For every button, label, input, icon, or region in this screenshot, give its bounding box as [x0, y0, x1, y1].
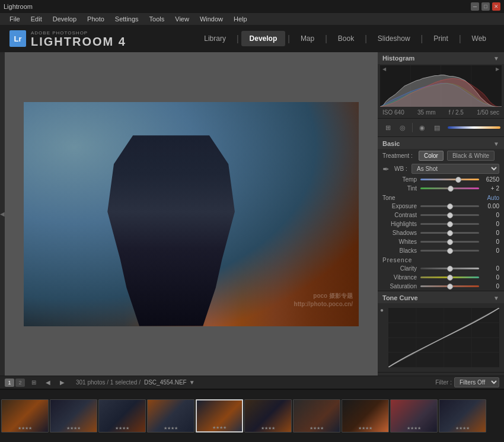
- tab-web[interactable]: Web: [464, 31, 495, 46]
- logo-text: ADOBE PHOTOSHOP LIGHTROOM 4: [31, 30, 126, 47]
- grid-view-button[interactable]: ⊞: [28, 377, 39, 388]
- tab-map[interactable]: Map: [292, 31, 323, 46]
- exposure-label: Exposure: [382, 203, 417, 209]
- wb-eyedropper-icon[interactable]: ✒: [382, 164, 392, 174]
- nav-tabs: Library | Develop | Map | Book | Slidesh…: [196, 31, 495, 46]
- contrast-slider-track[interactable]: [420, 214, 479, 216]
- treatment-label: Treatment :: [382, 152, 415, 159]
- spot-removal-tool[interactable]: ◎: [396, 121, 409, 134]
- tone-curve-title: Tone Curve: [382, 294, 418, 301]
- menu-edit[interactable]: Edit: [26, 14, 47, 24]
- tab-library[interactable]: Library: [196, 31, 234, 46]
- exposure-slider-thumb[interactable]: [447, 203, 453, 209]
- red-eye-tool[interactable]: ◉: [416, 121, 429, 134]
- filmstrip-thumb[interactable]: ★★★★: [390, 399, 438, 433]
- saturation-slider-track[interactable]: [420, 285, 479, 287]
- histogram-header[interactable]: Histogram ▼: [378, 52, 504, 64]
- thumb-stars-6: ★★★★: [261, 426, 275, 431]
- filmstrip-thumb[interactable]: ★★★★: [244, 399, 292, 433]
- filmstrip-thumb[interactable]: ★★★★: [439, 399, 486, 433]
- exposure-slider-track[interactable]: [420, 205, 479, 207]
- clarity-slider-track[interactable]: [420, 268, 479, 269]
- whites-slider-thumb[interactable]: [447, 239, 453, 245]
- menu-photo[interactable]: Photo: [82, 14, 109, 24]
- filter-select[interactable]: Filters Off Flagged Unflagged Rejected R…: [454, 377, 499, 387]
- hist-left-arrow-icon: ◀: [382, 66, 386, 72]
- auto-button[interactable]: Auto: [487, 195, 499, 201]
- highlights-slider-thumb[interactable]: [447, 221, 453, 227]
- menu-settings[interactable]: Settings: [110, 14, 143, 24]
- contrast-label: Contrast: [382, 212, 417, 218]
- menu-view[interactable]: View: [170, 14, 194, 24]
- tab-book[interactable]: Book: [330, 31, 362, 46]
- vibrance-slider-row: Vibrance 0: [378, 273, 504, 282]
- page-1-button[interactable]: 1: [5, 379, 14, 387]
- filmstrip-thumb[interactable]: ★★★★: [293, 399, 340, 433]
- tab-print[interactable]: Print: [425, 31, 457, 46]
- minimize-button[interactable]: ─: [471, 2, 479, 11]
- menu-window[interactable]: Window: [195, 14, 228, 24]
- thumb-stars-1: ★★★★: [18, 426, 32, 431]
- bw-treatment-button[interactable]: Black & White: [447, 151, 495, 161]
- temp-slider-thumb[interactable]: [455, 177, 461, 183]
- blacks-label: Blacks: [382, 247, 417, 254]
- blacks-slider-thumb[interactable]: [447, 248, 453, 254]
- shadows-slider-row: Shadows 0: [378, 228, 504, 237]
- menu-tools[interactable]: Tools: [145, 14, 170, 24]
- tint-slider-thumb[interactable]: [448, 186, 454, 192]
- filmstrip-thumb[interactable]: ★★★★: [342, 399, 389, 433]
- maximize-button[interactable]: □: [481, 2, 490, 11]
- basic-collapse-icon: ▼: [493, 141, 499, 147]
- highlights-value: 0: [483, 221, 499, 227]
- filmstrip-thumb[interactable]: ★★★★: [50, 399, 97, 433]
- highlights-slider-track[interactable]: [420, 223, 479, 225]
- tone-curve-graph[interactable]: [388, 308, 499, 367]
- menu-develop[interactable]: Develop: [48, 14, 81, 24]
- filmstrip-thumb[interactable]: ★★★★: [98, 399, 146, 433]
- wb-select[interactable]: As Shot Auto Daylight Cloudy Shade Tungs…: [412, 164, 499, 174]
- graduated-filter-tool[interactable]: ▤: [430, 121, 444, 134]
- filmstrip-thumb[interactable]: ★★★★: [147, 399, 194, 433]
- shadows-slider-track[interactable]: [420, 232, 479, 234]
- photo-container: poco 摄影专题 http://photo.poco.cn/: [24, 102, 359, 326]
- temp-slider-track[interactable]: [420, 179, 479, 180]
- thumb-stars-4: ★★★★: [164, 426, 178, 431]
- titlebar: Lightroom ─ □ ✕: [0, 0, 504, 13]
- basic-panel-title: Basic: [382, 140, 400, 147]
- menu-help[interactable]: Help: [229, 14, 252, 24]
- highlights-label: Highlights: [382, 221, 417, 227]
- clarity-slider-thumb[interactable]: [447, 266, 453, 272]
- tab-develop[interactable]: Develop: [241, 31, 286, 46]
- left-panel-toggle[interactable]: ◀: [0, 52, 5, 376]
- crop-tool[interactable]: ⊞: [381, 121, 394, 134]
- vibrance-slider-thumb[interactable]: [447, 275, 453, 281]
- wb-slider-track[interactable]: [448, 126, 500, 129]
- contrast-value: 0: [483, 212, 499, 218]
- saturation-slider-thumb[interactable]: [447, 284, 453, 290]
- page-2-button[interactable]: 2: [15, 379, 25, 387]
- tint-slider-track[interactable]: [420, 187, 479, 189]
- contrast-slider-thumb[interactable]: [447, 212, 453, 218]
- vibrance-slider-track[interactable]: [420, 276, 479, 278]
- saturation-label: Saturation: [382, 283, 417, 290]
- prev-photo-button[interactable]: ◀: [43, 377, 53, 388]
- color-treatment-button[interactable]: Color: [419, 151, 444, 161]
- clarity-label: Clarity: [382, 265, 417, 272]
- tint-value: + 2: [483, 185, 499, 192]
- basic-panel-header[interactable]: Basic ▼: [378, 137, 504, 149]
- shadows-label: Shadows: [382, 230, 417, 236]
- whites-slider-track[interactable]: [420, 241, 479, 243]
- next-photo-button[interactable]: ▶: [57, 377, 68, 388]
- close-button[interactable]: ✕: [492, 2, 500, 11]
- temp-value: 6250: [483, 176, 499, 183]
- shadows-slider-thumb[interactable]: [447, 230, 453, 236]
- menu-file[interactable]: File: [5, 14, 25, 24]
- histogram-info: ISO 640 35 mm f / 2.5 1/50 sec: [378, 108, 504, 118]
- filename-dropdown-icon[interactable]: ▼: [189, 379, 195, 386]
- blacks-slider-track[interactable]: [420, 250, 479, 252]
- filmstrip-thumb[interactable]: ★★★★: [1, 399, 49, 433]
- tab-slideshow[interactable]: Slideshow: [369, 31, 419, 46]
- watermark-line2: http://photo.poco.cn/: [294, 300, 353, 309]
- filmstrip-thumb-selected[interactable]: ★★★★: [196, 399, 243, 433]
- tone-curve-header[interactable]: Tone Curve ▼: [378, 291, 504, 303]
